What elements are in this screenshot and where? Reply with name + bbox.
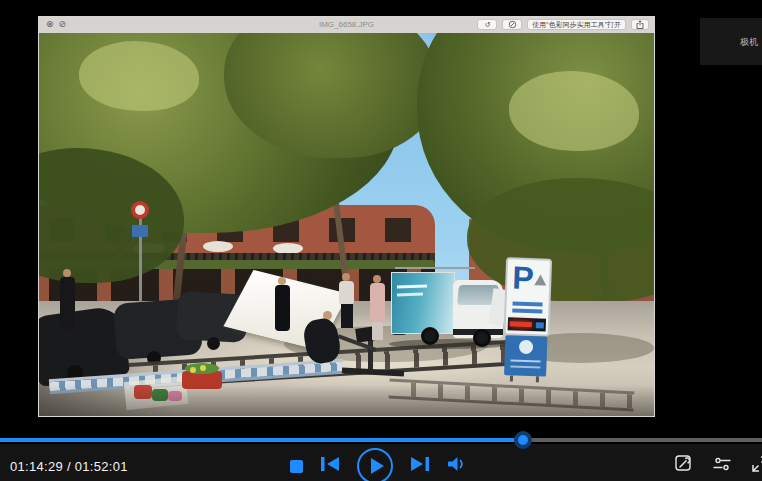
- rotate-left-icon: ↺: [477, 19, 497, 30]
- time-display: 01:14:29 / 01:52:01: [10, 459, 128, 474]
- play-icon[interactable]: [357, 448, 393, 481]
- seekbar-knob[interactable]: [514, 431, 532, 449]
- crew-head: [278, 277, 286, 285]
- led-red-text: [510, 321, 532, 327]
- markup-icon: [502, 19, 522, 30]
- truck-text-line: [397, 293, 423, 297]
- volume-icon[interactable]: [447, 456, 466, 476]
- crew-figure: [275, 285, 290, 331]
- truck-cargo-box: [391, 272, 455, 334]
- fullscreen-icon[interactable]: [752, 456, 762, 476]
- ground-shadow-bottom: [39, 385, 654, 416]
- tree-canopy-highlight: [79, 41, 199, 111]
- seekbar-fill: [0, 438, 523, 442]
- play-triangle: [371, 458, 384, 474]
- stop-icon[interactable]: [290, 460, 303, 473]
- sign-leg: [536, 376, 539, 382]
- video-frame-photo: P: [39, 33, 654, 416]
- actor-legs: [372, 322, 383, 340]
- seekbar[interactable]: [0, 438, 762, 442]
- crew-head: [342, 273, 350, 281]
- photo-viewer-toolbar: ↺ 使用“色彩同步实用工具”打开: [477, 19, 649, 30]
- led-blue-block: [536, 322, 544, 328]
- share-icon: [631, 19, 649, 30]
- road-sign: [131, 201, 149, 219]
- truck-text-line: [397, 284, 427, 288]
- crew-figure-white-tee: [339, 281, 354, 305]
- overlay-panel-text: 极机: [740, 36, 758, 49]
- actor-figure-pink: [370, 283, 385, 323]
- skip-forward-icon[interactable]: [410, 456, 430, 476]
- tennis-ball: [190, 367, 196, 373]
- playback-controls: [290, 449, 466, 481]
- photo-viewer-titlebar: ⊗ ⊘ IMG_6658.JPG ↺ 使用“色彩同步实用工具”打开: [39, 17, 654, 33]
- sign-triangle-icon: [534, 274, 546, 285]
- crew-figure: [60, 277, 75, 329]
- terrace-umbrella: [203, 241, 233, 252]
- crew-head: [63, 269, 71, 277]
- actor-head: [373, 275, 381, 283]
- sign-text-line: [511, 359, 541, 362]
- truck-shadow: [389, 339, 511, 349]
- road-sign-plate: [132, 225, 148, 237]
- truck-rack: [395, 267, 475, 269]
- crew-legs: [341, 304, 353, 328]
- parking-sign: P: [502, 257, 554, 383]
- open-with-button: 使用“色彩同步实用工具”打开: [527, 19, 626, 30]
- video-surface[interactable]: ⊗ ⊘ IMG_6658.JPG ↺ 使用“色彩同步实用工具”打开: [38, 16, 655, 417]
- filters-icon[interactable]: [713, 456, 731, 476]
- skip-back-icon[interactable]: [320, 456, 340, 476]
- sign-led-display: [508, 317, 546, 331]
- edit-icon[interactable]: [675, 455, 692, 476]
- truck-wheel: [421, 327, 439, 345]
- overlay-panel: 极机: [700, 18, 762, 65]
- sign-logo-circle: [519, 340, 533, 354]
- camera-dolly-post: [368, 337, 373, 369]
- parking-sign-letter: P: [512, 259, 535, 297]
- sign-lower-panel: [504, 335, 547, 376]
- scooter-wheel: [207, 337, 220, 350]
- secondary-controls: [675, 455, 762, 476]
- sign-text-line: [510, 365, 540, 368]
- sign-leg: [510, 375, 513, 381]
- tennis-ball: [200, 365, 206, 371]
- truck-wheel: [473, 329, 491, 347]
- video-player-app: { "app": { "background": "#000000" }, "v…: [0, 0, 762, 481]
